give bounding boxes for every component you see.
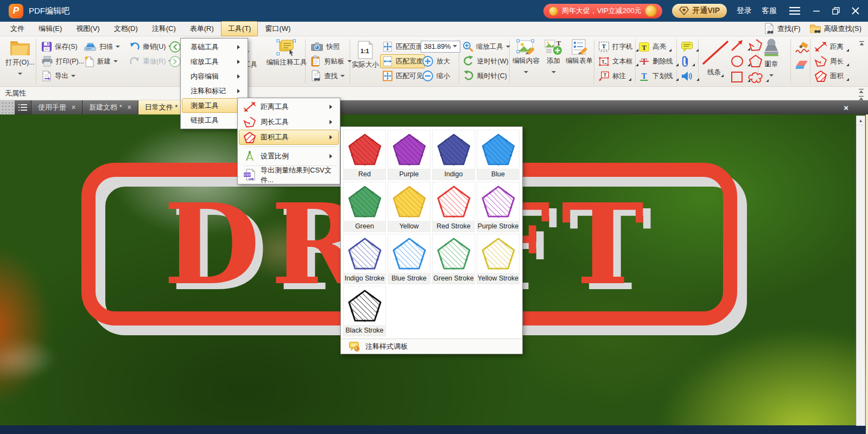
compass-icon: [243, 150, 256, 162]
advanced-find-button[interactable]: 高级查找(S): [809, 23, 861, 34]
toolbar-button-导出[interactable]: 导出: [39, 69, 78, 83]
button-label: 高亮: [652, 42, 666, 52]
menu-item-缩放工具[interactable]: 缩放工具: [182, 54, 246, 69]
toolbar-button-打开-o-[interactable]: 打开(O)...: [4, 39, 36, 77]
collapse-ribbon-button[interactable]: [859, 39, 865, 48]
login-link[interactable]: 登录: [737, 6, 752, 16]
toolbar-button-匹配可见[interactable]: 匹配可见: [380, 69, 425, 83]
forward-icon: [169, 55, 181, 68]
toolbar-button-文本框[interactable]: T文本框: [596, 54, 641, 68]
menu-item-距离工具[interactable]: 距离工具: [239, 99, 339, 114]
palette-item-yellow[interactable]: Yellow: [388, 182, 430, 232]
menubar-item-文档-d-[interactable]: 文档(D): [107, 21, 145, 36]
menu-item-基础工具[interactable]: 基础工具: [182, 40, 246, 54]
toolbar-button-匹配宽度[interactable]: 匹配宽度: [380, 54, 425, 68]
promo-banner[interactable]: 周年大促，VIP立减200元: [543, 4, 663, 18]
tab-close-icon[interactable]: ×: [128, 104, 131, 111]
palette-item-green[interactable]: Green: [343, 182, 386, 232]
palette-item-purple-stroke[interactable]: Purple Stroke: [477, 182, 519, 232]
menu-item-导出测量结果到csv文件-[interactable]: CSV导出测量结果到CSV文件...: [239, 168, 339, 183]
toolbar-button-paperclip[interactable]: [679, 54, 697, 68]
collapse-panel-icon[interactable]: [858, 88, 864, 94]
toolbar-button-扫描[interactable]: 扫描: [81, 40, 122, 54]
toolbar-button-高亮[interactable]: T高亮: [636, 40, 674, 54]
menu-item-面积工具[interactable]: 面积工具: [239, 130, 339, 145]
toolbar-button-实际大小[interactable]: 1:1实际大小: [352, 41, 379, 69]
menu-item-周长工具[interactable]: 周长工具: [239, 114, 339, 130]
more-options-corner-icon: [629, 78, 631, 81]
toolbar-button-编辑内容[interactable]: 编辑内容: [512, 39, 540, 75]
palette-item-red[interactable]: Red: [343, 130, 386, 180]
palette-item-blue[interactable]: Blue: [477, 130, 519, 180]
support-link[interactable]: 客服: [762, 6, 777, 16]
close-button[interactable]: [852, 7, 859, 15]
vip-button[interactable]: 开通VIP: [672, 4, 727, 18]
titlebar-right: 周年大促，VIP立减200元 开通VIP 登录 客服: [543, 4, 859, 18]
toolbar-button-编辑表单[interactable]: 编辑表单: [566, 39, 593, 66]
svg-text:T: T: [602, 43, 606, 49]
palette-item-purple[interactable]: Purple: [388, 130, 430, 180]
annotation-style-palette-button[interactable]: 注释样式调板: [341, 339, 522, 354]
palette-item-blue-stroke[interactable]: Blue Stroke: [388, 234, 430, 284]
palette-item-indigo[interactable]: Indigo: [432, 130, 475, 180]
minimize-button[interactable]: [813, 7, 820, 15]
toolbar-button-缩小[interactable]: 缩小: [420, 69, 452, 83]
toolbar-button-打印-p-[interactable]: 打印(P)...: [39, 54, 86, 68]
menubar-item-窗口-w-[interactable]: 窗口(W): [258, 21, 297, 36]
toolbar-button-下划线[interactable]: T下划线: [636, 69, 681, 83]
toolbar-button-逆时针-w-[interactable]: 逆时针(W): [460, 54, 511, 68]
toolbar-button-匹配页面[interactable]: 匹配页面: [380, 40, 425, 54]
menubar-item-视图-v-[interactable]: 视图(V): [69, 21, 106, 36]
menu-item-设置比例[interactable]: 设置比例: [239, 149, 339, 164]
palette-item-green-stroke[interactable]: Green Stroke: [432, 234, 475, 284]
tabbar-grip-handle[interactable]: [0, 100, 15, 114]
menubar-item-文件[interactable]: 文件: [3, 21, 31, 36]
zoom-level-select[interactable]: 381.89%: [421, 41, 460, 53]
textbox-icon: T: [598, 56, 610, 67]
find-button[interactable]: 查找(F): [764, 23, 801, 35]
tab-list-button[interactable]: [15, 100, 31, 114]
tab-close-icon[interactable]: ×: [72, 104, 75, 111]
toolbar-button-comment[interactable]: [679, 40, 701, 54]
palette-item-indigo-stroke[interactable]: Indigo Stroke: [343, 234, 386, 284]
toolbar-button-距离[interactable]: 距离: [812, 40, 851, 54]
menubar-item-工具-t-[interactable]: 工具(T): [221, 21, 258, 36]
menu-item-注释和标记[interactable]: 注释和标记: [182, 84, 246, 98]
toolbar-button-scribble[interactable]: [793, 41, 812, 55]
toolbar-button-编辑注释工具[interactable]: 编辑注释工具: [264, 39, 309, 67]
menu-item-内容编辑[interactable]: 内容编辑: [182, 69, 246, 84]
toolbar-button-剪贴板[interactable]: 剪贴板: [308, 54, 354, 68]
toolbar-button-添加[interactable]: T添加: [544, 39, 563, 75]
palette-item-red-stroke[interactable]: Red Stroke: [432, 182, 475, 232]
scroll-up-button[interactable]: ▲: [857, 116, 865, 125]
toolbar-button-面积[interactable]: 面积: [812, 69, 851, 83]
document-tab-新建文档-[interactable]: 新建文档 *×: [83, 100, 138, 114]
palette-item-black-stroke[interactable]: Black Stroke: [343, 286, 386, 336]
document-tab-使用手册[interactable]: 使用手册×: [31, 100, 83, 114]
toolbar-button-缩放工具[interactable]: 缩放工具: [460, 40, 512, 54]
close-document-button[interactable]: ×: [844, 100, 848, 114]
menubar-item-注释-c-[interactable]: 注释(C): [145, 21, 183, 36]
toolbar-button-图章[interactable]: 图章: [760, 38, 783, 79]
palette-item-yellow-stroke[interactable]: Yellow Stroke: [477, 234, 519, 284]
toolbar-button-保存-s-[interactable]: 保存(S): [39, 40, 80, 54]
toolbar-button-查找[interactable]: 查找: [308, 69, 347, 83]
toolbar-button-删除线[interactable]: T删除线: [636, 54, 681, 68]
toolbar-button-speaker[interactable]: [679, 69, 701, 83]
dropdown-caret-icon: [506, 46, 510, 50]
restore-button[interactable]: [832, 7, 840, 15]
toolbar-button-打字机[interactable]: T打字机: [596, 40, 641, 54]
window-menu-button[interactable]: [789, 7, 801, 15]
vertical-scrollbar[interactable]: ▲: [856, 116, 865, 426]
toolbar-button-顺时针-c-[interactable]: 顺时针(C): [460, 69, 509, 83]
collapse-panel-buttons[interactable]: [858, 88, 864, 101]
toolbar-button-标注[interactable]: T标注: [596, 69, 633, 83]
menubar-item-编辑-e-[interactable]: 编辑(E): [31, 21, 69, 36]
toolbar-button-放大[interactable]: 放大: [420, 54, 452, 68]
toolbar-button-新建[interactable]: 新建: [81, 54, 120, 68]
toolbar-button-line[interactable]: 线条: [700, 39, 731, 77]
toolbar-button-eraser[interactable]: [793, 58, 811, 72]
menubar-item-表单-r-[interactable]: 表单(R): [183, 21, 221, 36]
toolbar-button-快照[interactable]: 快照: [308, 40, 342, 54]
toolbar-button-周长[interactable]: 周长: [812, 54, 851, 68]
